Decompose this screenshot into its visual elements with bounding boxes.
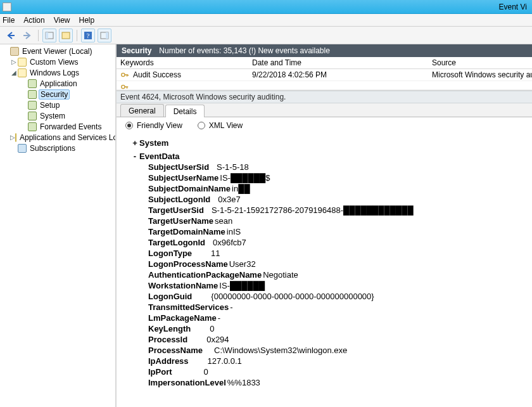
svg-rect-6 [106, 32, 108, 39]
eventdata-label: EventData [139, 151, 180, 162]
tab-details[interactable]: Details [165, 105, 205, 117]
eventdata-key: LogonType [148, 248, 192, 259]
tree-root[interactable]: Event Viewer (Local) [1, 46, 115, 56]
eventdata-value: Negotiate [263, 269, 298, 280]
eventdata-key: IpPort [148, 366, 172, 377]
expand-icon[interactable]: ▷ [10, 134, 15, 141]
radio-xml-label: XML View [209, 121, 243, 130]
system-label: System [139, 138, 168, 148]
tree-item-setup[interactable]: Setup [1, 100, 115, 110]
tree-item-custom-views[interactable]: ▷Custom Views [1, 56, 115, 67]
menu-action[interactable]: Action [23, 16, 44, 25]
eventdata-key: TargetUserName [148, 216, 213, 226]
filter-button[interactable] [59, 29, 73, 42]
eventdata-value: in██ [232, 183, 250, 194]
tree-item-application[interactable]: Application [1, 78, 115, 89]
eventdata-row: SubjectUserSidS-1-5-18 [148, 162, 532, 172]
event-grid[interactable]: Keywords Date and Time Source Audit Succ… [117, 57, 532, 91]
eventdata-value: {00000000-0000-0000-0000-000000000000} [211, 291, 374, 302]
col-keywords[interactable]: Keywords [117, 57, 248, 68]
eventdata-key: SubjectUserName [148, 172, 218, 183]
log-category: Security [122, 46, 151, 55]
minus-icon[interactable]: - [130, 151, 139, 162]
eventdata-key: LogonProcessName [148, 259, 228, 269]
col-source[interactable]: Source [428, 57, 532, 68]
tree-root-label: Event Viewer (Local) [21, 47, 94, 56]
eventdata-key: AuthenticationPackageName [148, 269, 262, 280]
title-bar: Event Vi [0, 0, 532, 14]
cell-keywords: Audit Success [133, 70, 181, 79]
key-icon [120, 70, 129, 79]
eventdata-key: ProcessName [148, 345, 203, 356]
app-icon [3, 3, 11, 11]
back-button[interactable] [4, 29, 18, 42]
eventdata-table: SubjectUserSidS-1-5-18SubjectUserNameIS-… [148, 162, 532, 388]
eventdata-key: WorkstationName [148, 280, 218, 291]
toolbar-separator [38, 30, 39, 41]
tree-item-label: System [39, 112, 66, 120]
eventdata-key: SubjectLogonId [148, 194, 210, 205]
tree-item-security[interactable]: Security [1, 89, 115, 100]
menu-help[interactable]: Help [79, 16, 95, 25]
log-summary: Number of events: 35,143 (!) New events … [159, 46, 329, 55]
eventdata-row: ProcessId0x294 [148, 334, 532, 345]
eventdata-value: 0 [204, 366, 208, 377]
eventdata-key: ProcessId [148, 334, 187, 345]
tree-item-forwarded-events[interactable]: Forwarded Events [1, 121, 115, 132]
eventdata-value: 0 [210, 323, 214, 334]
eventdata-value: 127.0.0.1 [208, 356, 242, 366]
system-node[interactable]: + System [130, 138, 532, 148]
view-mode-radios: Friendly View XML View [117, 117, 532, 134]
help-button[interactable]: ? [81, 29, 95, 42]
forward-button[interactable] [20, 29, 34, 42]
eventdata-key: SubjectDomainName [148, 183, 231, 194]
tree-item-applications-and-services-lo[interactable]: ▷Applications and Services Lo [1, 132, 115, 143]
back-arrow-icon [6, 32, 15, 39]
menu-file[interactable]: File [3, 16, 15, 25]
tree-item-system[interactable]: System [1, 110, 115, 121]
action-pane-button[interactable] [98, 29, 111, 42]
eventdata-row: ProcessNameC:\Windows\System32\winlogon.… [148, 345, 532, 356]
table-row[interactable] [117, 81, 532, 90]
tree-item-windows-logs[interactable]: ◢Windows Logs [1, 67, 115, 78]
eventdata-key: LmPackageName [148, 313, 217, 323]
col-datetime[interactable]: Date and Time [248, 57, 428, 68]
eventdata-row: TargetUserSidS-1-5-21-1592172786-2079196… [148, 205, 532, 216]
eventdata-key: TransmittedServices [148, 302, 229, 313]
tree-item-label: Application [39, 79, 79, 88]
grid-body: Audit Success 9/22/2018 4:02:56 PM Micro… [117, 69, 532, 90]
eventdata-row: ImpersonationLevel%%1833 [148, 377, 532, 388]
table-row[interactable]: Audit Success 9/22/2018 4:02:56 PM Micro… [117, 69, 532, 81]
tree-item-label: Subscriptions [28, 144, 77, 153]
tree-item-icon [28, 90, 37, 99]
eventdata-key: TargetUserSid [148, 205, 204, 216]
expand-icon[interactable]: ▷ [10, 58, 18, 65]
tree-item-icon [28, 79, 37, 88]
window-title: Event Vi [15, 3, 529, 11]
tree-item-label: Setup [39, 101, 61, 110]
plus-icon[interactable]: + [130, 138, 139, 148]
detail-tabs: General Details [117, 103, 532, 117]
eventdata-node[interactable]: - EventData [130, 151, 532, 162]
eventdata-row: TargetLogonId0x96fcb7 [148, 237, 532, 248]
eventdata-value: 0x294 [206, 334, 229, 345]
eventdata-value: - [230, 302, 232, 313]
tree-item-icon [18, 144, 27, 153]
eventdata-row: TargetUserNamesean [148, 216, 532, 226]
eventdata-value: C:\Windows\System32\winlogon.exe [214, 345, 347, 356]
eventdata-row: KeyLength0 [148, 323, 532, 334]
expand-icon[interactable]: ◢ [10, 69, 18, 76]
tab-general[interactable]: General [120, 104, 164, 117]
eventdata-row: LogonProcessNameUser32 [148, 259, 532, 269]
panel-icon [100, 32, 109, 39]
show-tree-button[interactable] [42, 29, 56, 42]
tree-item-subscriptions[interactable]: Subscriptions [1, 143, 115, 153]
menu-view[interactable]: View [54, 16, 70, 25]
eventdata-key: IpAddress [148, 356, 189, 366]
radio-friendly-view[interactable]: Friendly View [125, 121, 182, 130]
navigation-tree[interactable]: Event Viewer (Local) ▷Custom Views◢Windo… [0, 44, 117, 407]
radio-xml-view[interactable]: XML View [198, 121, 243, 130]
eventdata-row: TransmittedServices- [148, 302, 532, 313]
eventdata-value: inIS [227, 226, 241, 237]
grid-header-row: Keywords Date and Time Source [117, 57, 532, 69]
